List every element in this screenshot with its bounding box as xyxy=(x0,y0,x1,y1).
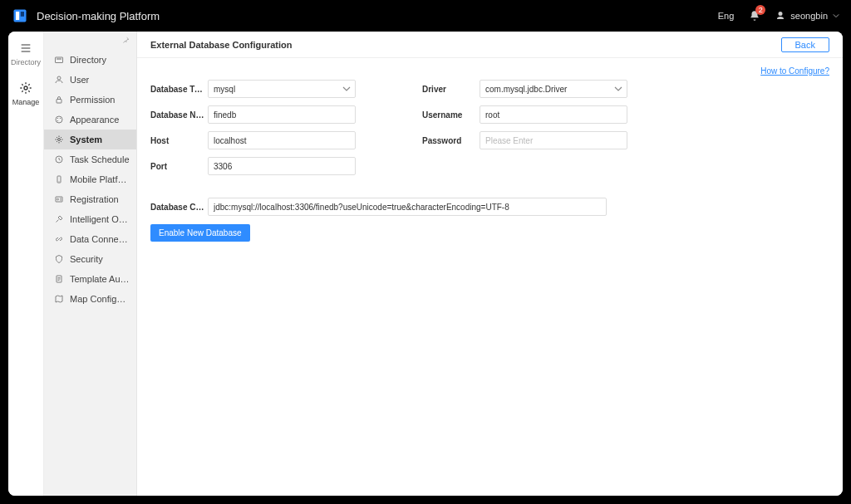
notifications-button[interactable]: 2 xyxy=(749,10,760,22)
enable-new-database-button[interactable]: Enable New Database xyxy=(150,224,250,242)
doc-icon xyxy=(54,274,64,284)
rail-item-manage[interactable]: Manage xyxy=(12,81,40,106)
header-right: Eng 2 seongbin xyxy=(718,10,839,22)
clock-icon xyxy=(54,154,64,164)
chevron-down-icon xyxy=(833,12,839,19)
id-icon xyxy=(54,194,64,204)
gear-icon xyxy=(54,135,64,144)
sidebar: Directory User Permission Appearance Sys… xyxy=(44,32,137,496)
svg-rect-1 xyxy=(16,12,19,20)
field-port: Port xyxy=(150,157,356,175)
label-db-name: Database Name xyxy=(150,110,204,120)
sidebar-item-label: User xyxy=(70,75,89,85)
label-conn-url: Database Connec... xyxy=(150,203,204,212)
language-switcher[interactable]: Eng xyxy=(718,11,735,21)
form-columns: Database Type Database Name Host xyxy=(150,80,829,183)
sidebar-item-label: Registration xyxy=(70,194,119,204)
rail-item-directory[interactable]: Directory xyxy=(11,42,41,66)
svg-point-9 xyxy=(57,118,58,119)
gear-icon xyxy=(19,81,32,95)
svg-rect-4 xyxy=(56,57,63,63)
sidebar-item-appearance[interactable]: Appearance xyxy=(44,110,136,130)
svg-rect-5 xyxy=(57,59,61,60)
svg-rect-2 xyxy=(21,12,24,17)
field-password: Password xyxy=(422,131,627,149)
db-type-select[interactable] xyxy=(208,80,356,98)
port-input[interactable] xyxy=(208,157,356,175)
app-body: Directory Manage Directory User xyxy=(8,32,843,496)
sidebar-item-label: Data Connection xyxy=(70,234,130,244)
app-logo-icon xyxy=(12,7,28,24)
pin-icon xyxy=(121,37,130,45)
host-input[interactable] xyxy=(208,131,356,149)
sidebar-item-task-schedule[interactable]: Task Schedule xyxy=(44,149,136,169)
rail-label-directory: Directory xyxy=(11,58,41,66)
field-username: Username xyxy=(422,105,627,124)
sidebar-item-permission[interactable]: Permission xyxy=(44,90,136,110)
label-password: Password xyxy=(422,136,476,145)
palette-icon xyxy=(54,115,64,125)
sidebar-item-label: Permission xyxy=(70,95,115,105)
sidebar-item-data-connection[interactable]: Data Connection xyxy=(44,229,136,249)
svg-point-12 xyxy=(58,139,61,141)
driver-select[interactable] xyxy=(480,80,627,98)
back-button[interactable]: Back xyxy=(781,37,829,52)
user-menu[interactable]: seongbin xyxy=(775,11,839,21)
username-label: seongbin xyxy=(790,11,828,21)
db-name-input[interactable] xyxy=(208,105,356,124)
svg-point-15 xyxy=(59,181,60,182)
help-row: How to Configure? xyxy=(137,58,843,76)
label-username: Username xyxy=(422,110,476,120)
logo-block: Decision-making Platform xyxy=(12,7,160,24)
label-host: Host xyxy=(150,136,204,145)
field-db-name: Database Name xyxy=(150,105,356,124)
tools-icon xyxy=(54,214,64,224)
sidebar-item-label: Security xyxy=(70,254,103,264)
sidebar-item-registration[interactable]: Registration xyxy=(44,189,136,209)
sidebar-item-template-auth[interactable]: Template Authenti... xyxy=(44,269,136,289)
notification-badge: 2 xyxy=(755,5,765,15)
sidebar-item-label: Intelligent Operatio... xyxy=(70,214,130,224)
password-input[interactable] xyxy=(480,131,627,149)
svg-point-11 xyxy=(57,120,58,121)
sidebar-item-map-config[interactable]: Map Configuration xyxy=(44,289,136,309)
pin-button[interactable] xyxy=(121,37,130,45)
list-icon xyxy=(19,42,32,55)
sidebar-item-intelligent-operation[interactable]: Intelligent Operatio... xyxy=(44,209,136,229)
field-conn-url: Database Connec... xyxy=(150,198,829,216)
conn-url-input[interactable] xyxy=(208,198,607,216)
sidebar-item-security[interactable]: Security xyxy=(44,249,136,269)
sidebar-item-label: Template Authenti... xyxy=(70,274,130,284)
field-db-type: Database Type xyxy=(150,80,356,98)
sidebar-item-label: Directory xyxy=(70,55,106,65)
help-link[interactable]: How to Configure? xyxy=(760,66,829,76)
svg-point-6 xyxy=(57,76,61,80)
sidebar-item-label: System xyxy=(70,135,102,144)
form-area: Database Type Database Name Host xyxy=(137,76,843,242)
link-icon xyxy=(54,234,64,244)
content-area: External Database Configuration Back How… xyxy=(137,32,843,496)
sidebar-item-mobile-platform[interactable]: Mobile Platform xyxy=(44,169,136,189)
app-title: Decision-making Platform xyxy=(37,10,160,22)
svg-rect-0 xyxy=(14,10,27,22)
lock-icon xyxy=(54,95,64,105)
user-avatar-icon xyxy=(775,11,785,21)
sidebar-item-system[interactable]: System xyxy=(44,130,136,149)
svg-point-17 xyxy=(57,198,59,200)
form-col-right: Driver Username Password xyxy=(422,80,627,183)
sidebar-item-directory[interactable]: Directory xyxy=(44,50,136,70)
mobile-icon xyxy=(54,174,64,184)
svg-point-10 xyxy=(60,118,61,119)
user-icon xyxy=(54,75,64,85)
label-driver: Driver xyxy=(422,85,476,94)
map-icon xyxy=(54,294,64,304)
sidebar-item-label: Task Schedule xyxy=(70,154,130,164)
page-title: External Database Configuration xyxy=(150,40,293,50)
field-driver: Driver xyxy=(422,80,627,98)
field-host: Host xyxy=(150,131,356,149)
sidebar-item-user[interactable]: User xyxy=(44,70,136,90)
app-header: Decision-making Platform Eng 2 seongbin xyxy=(0,0,851,32)
label-port: Port xyxy=(150,162,204,171)
username-input[interactable] xyxy=(480,105,627,124)
sidebar-item-label: Mobile Platform xyxy=(70,174,130,184)
